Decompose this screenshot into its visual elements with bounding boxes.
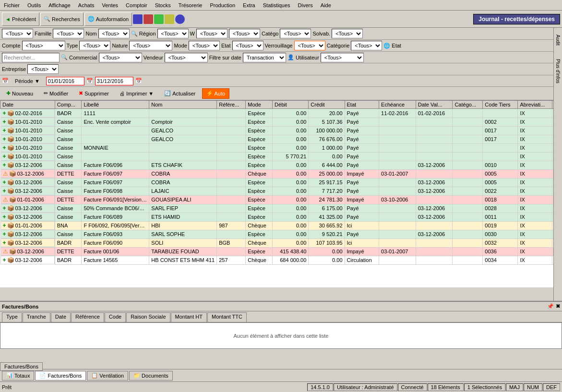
commercial-filter[interactable]: <Tous> [99, 53, 142, 62]
col-mode[interactable]: Mode [246, 101, 273, 109]
table-row[interactable]: +📦03-12-2006CaisseFacture F06/089ETS HAM… [0, 213, 562, 221]
table-row[interactable]: +📦03-12-2006CaisseFacture F06/097COBRAEs… [0, 178, 562, 187]
menu-tresorerie[interactable]: Trésorerie [175, 1, 206, 9]
table-row[interactable]: +📦10-01-2010CaisseEspèce5 770.210.00Payé… [0, 152, 562, 161]
nature-filter[interactable]: <Tous> [129, 41, 172, 50]
nouveau-button[interactable]: ✚ Nouveau [2, 88, 37, 99]
recherches-button[interactable]: 🔍 Recherches [40, 12, 84, 26]
menu-affichage[interactable]: Affichage [45, 1, 74, 9]
documents-icon: 📁 [133, 372, 140, 379]
audit-label[interactable]: Audit [554, 33, 562, 48]
table-row[interactable]: +📦03-12-2006Caisse50% Commande BC06/001S… [0, 204, 562, 213]
table-row[interactable]: ⚠📦01-01-2006DETTEFacture F06/091[Version… [0, 195, 562, 204]
compte-filter[interactable]: <Tous> [22, 41, 65, 50]
col-debit[interactable]: Débit [273, 101, 309, 109]
col-libelle[interactable]: Libellé [82, 101, 149, 109]
table-row[interactable]: +📦03-12-2006CaisseFacture F06/093SARL SO… [0, 230, 562, 238]
table-row[interactable]: ⚠📦03-12-2006DETTEFacture 001/06TARABUZE … [0, 247, 562, 256]
tab-code[interactable]: Code [105, 312, 126, 322]
menu-production[interactable]: Production [206, 1, 239, 9]
plus-icon: ✚ [6, 90, 11, 96]
table-row[interactable]: +📦02-02-2016BADR1111Espèce0.0020.00Payé1… [0, 109, 562, 118]
col-date-val[interactable]: Date Val... [416, 101, 453, 109]
tab-date[interactable]: Date [51, 312, 71, 322]
col-catego[interactable]: Catégo... [453, 101, 483, 109]
col-credit[interactable]: Crédit [309, 101, 345, 109]
tab-montant-ht[interactable]: Montant HT [171, 312, 207, 322]
table-row[interactable]: +📦03-12-2006CaisseFacture F06/098LAJAICE… [0, 187, 562, 195]
table-row[interactable]: +📦03-12-2006CaisseFacture F06/096ETS CHA… [0, 161, 562, 169]
period-end-input[interactable] [95, 77, 133, 85]
entreprise-filter[interactable]: <Tous> [27, 64, 59, 74]
footer-tab-totaux[interactable]: 📊 Totaux [2, 371, 34, 380]
tab-raison[interactable]: Raison Sociale [126, 312, 170, 322]
menu-stocks[interactable]: Stocks [151, 1, 175, 9]
tab-reference[interactable]: Référence [71, 312, 104, 322]
menu-comptoir[interactable]: Comptoir [122, 1, 151, 9]
tab-type[interactable]: Type [2, 312, 22, 322]
col-date[interactable]: Date [0, 101, 55, 109]
menu-achats[interactable]: Achats [74, 1, 98, 9]
table-row[interactable]: +📦03-12-2006BADRFacture 14565HB CONST ET… [0, 256, 562, 264]
table-row[interactable]: +📦10-01-2010CaisseGEALCOEspèce0.00100 00… [0, 126, 562, 135]
table-row[interactable]: ⚠📦03-12-2006DETTEFacture F06/097COBRAChè… [0, 169, 562, 178]
supprimer-button[interactable]: ✖ Supprimer [74, 88, 113, 99]
type-filter[interactable]: <Tous> [79, 41, 110, 50]
modifier-button[interactable]: ✏ Modifier [39, 88, 72, 99]
mode-filter[interactable]: <Tous> [189, 41, 220, 50]
vendeur-label: Vendeur [143, 55, 163, 60]
catego-filter[interactable]: <Tous> [280, 29, 311, 38]
col-etat[interactable]: Etat [345, 101, 379, 109]
period-button[interactable]: Période ▼ [11, 76, 44, 86]
package-icon: 📦 [7, 222, 14, 229]
col-abrev[interactable]: Abreviati... [518, 101, 552, 109]
menu-outils[interactable]: Outils [24, 1, 45, 9]
footer-tab-ventilation[interactable]: 📋 Ventilation [87, 371, 128, 380]
pin-icon[interactable]: 📌 [547, 303, 554, 309]
solvab-filter[interactable]: <Tous> [332, 29, 363, 38]
search-row: 🔍 Commercial <Tous> Vendeur <Tous> Filtr… [0, 52, 562, 63]
table-row[interactable]: +📦01-01-2006BNAF F06/092, F06/095[Versio… [0, 221, 562, 230]
famille-filter[interactable]: <Tous> [53, 29, 84, 38]
plus-infos-label[interactable]: Plus d'infos [554, 57, 562, 85]
footer-tab-factures[interactable]: 📄 Factures/Bons [35, 371, 86, 380]
menu-divers[interactable]: Divers [294, 1, 317, 9]
col-comp[interactable]: Comp... [55, 101, 82, 109]
autoformation-button[interactable]: 🌐 Autoformation [84, 12, 132, 26]
nom-filter[interactable]: <Tous> [98, 29, 130, 38]
col-code-tiers[interactable]: Code Tiers [483, 101, 518, 109]
menu-fichier[interactable]: Fichier [0, 1, 24, 9]
tab-tranche[interactable]: Tranche [23, 312, 50, 322]
table-row[interactable]: +📦10-01-2010CaisseGEALCOEspèce0.0076 676… [0, 135, 562, 143]
period-start-input[interactable] [46, 77, 84, 85]
table-row[interactable]: +📦10-01-2010CaisseMONNAIEEspèce0.001 000… [0, 143, 562, 152]
menu-statistiques[interactable]: Statistiques [259, 1, 294, 9]
actualiser-button[interactable]: 🔄 Actualiser [160, 88, 200, 99]
table-row[interactable]: +📦03-12-2006BADRFacture F06/090SOLIBGBCh… [0, 238, 562, 247]
search-input[interactable] [2, 53, 60, 62]
menu-aide[interactable]: Aide [317, 1, 335, 9]
col-nom[interactable]: Nom [149, 101, 217, 109]
filtre-date-select[interactable]: Transaction [243, 53, 286, 62]
table-row[interactable]: +📦10-01-2010CaisseEnc. Vente comptoirCom… [0, 118, 562, 126]
region-filter[interactable]: <Tous> [157, 29, 189, 38]
footer-tab-documents[interactable]: 📁 Documents [129, 371, 173, 380]
tous-filter-2[interactable]: <Tous> [229, 29, 260, 38]
tab-montant-ttc[interactable]: Montant TTC [207, 312, 247, 322]
menu-extra[interactable]: Extra [239, 1, 259, 9]
menu-ventes[interactable]: Ventes [98, 1, 122, 9]
col-echeance[interactable]: Echéance [379, 101, 416, 109]
vendeur-filter[interactable]: <Tous> [165, 53, 208, 62]
prev-button[interactable]: ◄ Précédent [2, 12, 39, 26]
etat-filter[interactable]: <Tous> [232, 41, 263, 50]
close-panel-icon[interactable]: ✖ [556, 303, 560, 309]
verrouillage-filter[interactable]: <Tous> [294, 41, 325, 50]
auto-button[interactable]: ⚡ Auto [202, 88, 230, 99]
plus-icon: + [3, 239, 6, 246]
utilisateur-filter[interactable]: <Tous> [321, 53, 364, 62]
w-filter[interactable]: <Tous> [196, 29, 227, 38]
categorie-filter[interactable]: <Tous> [351, 41, 382, 50]
tous-filter-1[interactable]: <Tous> [2, 29, 33, 38]
col-ref[interactable]: Référe... [217, 101, 246, 109]
imprimer-button[interactable]: 🖨 Imprimer ▼ [115, 88, 158, 99]
